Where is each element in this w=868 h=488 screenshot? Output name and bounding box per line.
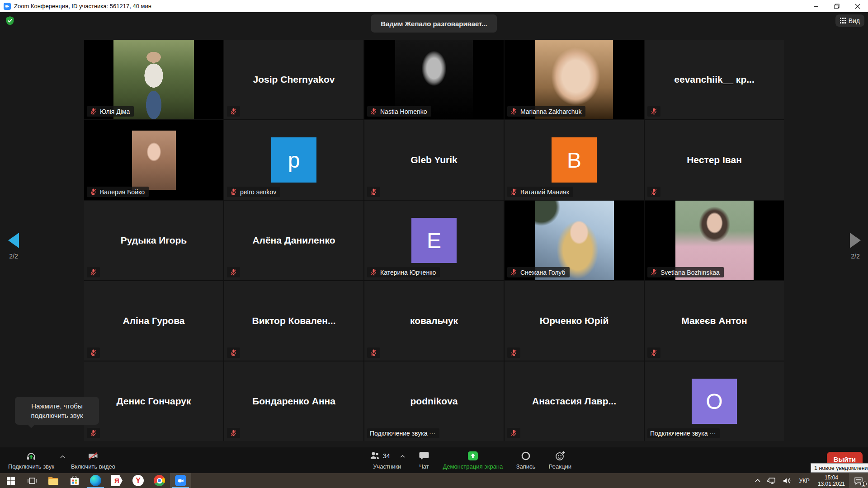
participants-chevron-icon[interactable] [400,453,406,460]
participant-tile[interactable]: Нестер Іван [645,120,784,200]
muted-mic-icon [510,188,518,196]
taskbar-date: 13.01.2021 [818,481,845,487]
yandex-search-icon[interactable]: Y [127,473,149,488]
muted-mic-icon [510,108,518,115]
participant-status-label: Виталий Манияк [507,187,573,197]
participant-tile[interactable]: podnikovaПодключение звука ··· [364,361,504,441]
participant-name: eevanchiik__ кр... [645,40,784,119]
window-controls [806,0,868,12]
record-button[interactable]: Запись [512,450,540,470]
participant-label-text: Катерина Юрченко [380,269,436,276]
participant-status-label: Катерина Юрченко [367,267,440,277]
muted-mic-icon [230,108,237,115]
participant-avatar: E [411,218,457,263]
participant-tile[interactable]: Бондаренко Анна [224,361,363,441]
participant-tile[interactable]: ppetro senkov [224,120,363,200]
participant-avatar: p [271,137,316,183]
participant-status-label: Подключение звука ··· [367,428,439,438]
muted-mic-icon [370,268,377,276]
meeting-area: Вадим Жепало разговаривает... Вид Юлія Д… [0,12,868,473]
join-audio-button[interactable]: Подключить звук [4,450,59,470]
view-button[interactable]: Вид [835,14,864,27]
participant-tile[interactable]: Marianna Zakharchuk [505,40,644,119]
network-icon[interactable] [764,473,779,488]
participant-tile[interactable]: Анастасия Лавр... [505,361,644,441]
volume-icon[interactable] [779,473,795,488]
action-center-button[interactable]: 1 [849,473,868,488]
chrome-browser-icon[interactable] [149,473,170,488]
reactions-icon [555,450,566,461]
participant-tile[interactable]: Снежана Голуб [505,201,644,280]
participants-button[interactable]: 34 Участники [364,450,410,470]
chat-icon [419,451,429,461]
participant-tile[interactable]: Юлія Діма [84,40,223,119]
participant-tile[interactable]: Josip Chernyakov [224,40,363,119]
previous-page-control[interactable]: 2/2 [8,233,19,260]
audio-options-chevron-icon[interactable] [60,452,66,460]
participants-label: Участники [373,463,401,470]
participant-status-label: Подключение звука ··· [647,428,720,438]
reactions-button[interactable]: Реакции [544,450,576,470]
participant-tile[interactable]: Рудыка Игорь [84,201,223,280]
participant-tile[interactable]: ковальчук [364,281,504,361]
notification-count-badge: 1 [860,481,867,487]
start-video-label: Включить видео [71,463,115,470]
participant-status-label: petro senkov [227,187,280,197]
participant-tile[interactable]: Аліна Гурова [84,281,223,361]
tray-chevron-icon[interactable] [751,473,764,488]
share-screen-label: Демонстрация экрана [443,463,503,470]
share-screen-button[interactable]: Демонстрация экрана [438,450,507,470]
muted-mic-icon [650,108,658,115]
muted-mic-icon [230,188,237,196]
start-video-button[interactable]: Включить видео [66,450,120,470]
previous-page-arrow-icon[interactable] [8,233,19,248]
security-shield-icon[interactable] [5,16,14,28]
participant-tile[interactable]: Юрченко Юрій [505,281,644,361]
participant-tile[interactable]: BВиталий Манияк [505,120,644,200]
zoom-taskbar-icon[interactable] [170,473,191,488]
close-button[interactable] [847,0,868,12]
participant-tile[interactable]: Валерия Бойко [84,120,223,200]
next-page-control[interactable]: 2/2 [850,233,861,260]
participant-tile[interactable]: Svetlana Bozhinskaa [645,201,784,280]
participant-avatar: B [552,137,597,183]
participant-tile[interactable]: EКатерина Юрченко [364,201,504,280]
participant-status-label: Валерия Бойко [87,187,149,197]
microsoft-store-icon[interactable] [64,473,85,488]
participant-tile[interactable]: eevanchiik__ кр... [645,40,784,119]
participant-tile[interactable]: Nastia Homenko [364,40,504,119]
muted-mic-icon [90,429,97,437]
participant-name: ковальчук [364,281,504,361]
muted-mic-icon [90,268,97,276]
taskbar-clock[interactable]: 15:04 13.01.2021 [814,474,849,487]
edge-browser-icon[interactable] [85,473,106,488]
participant-status-label [227,267,240,277]
participant-status-label [227,347,240,358]
participant-tile[interactable]: Алёна Даниленко [224,201,363,280]
yandex-browser-icon[interactable]: Я [106,473,127,488]
file-explorer-icon[interactable] [42,473,64,488]
participant-tile[interactable]: Макеєв Антон [645,281,784,361]
participant-name: Анастасия Лавр... [505,361,644,441]
start-button[interactable] [0,473,21,488]
participant-tile[interactable]: Денис Гончарук [84,361,223,441]
chat-button[interactable]: Чат [414,450,434,470]
participant-label-text: Svetlana Bozhinskaa [660,269,720,276]
participant-tile[interactable]: Виктор Ковален... [224,281,363,361]
next-page-arrow-icon[interactable] [850,233,861,248]
language-indicator[interactable]: УКР [795,478,814,484]
participant-status-label: Снежана Голуб [507,267,570,277]
grid-view-icon [840,18,846,23]
muted-mic-icon [230,268,237,276]
participant-tile[interactable]: Gleb Yurik [364,120,504,200]
reactions-label: Реакции [549,463,571,470]
participant-tile[interactable]: OПодключение звука ··· [645,361,784,441]
participant-status-label [367,187,380,197]
meeting-toolbar: Подключить звук Включить видео [0,447,868,473]
minimize-button[interactable] [806,0,826,12]
system-tray: УКР 15:04 13.01.2021 1 [751,473,868,488]
participant-status-label [647,106,660,117]
task-view-button[interactable] [21,473,42,488]
restore-button[interactable] [826,0,847,12]
participant-name: Макеєв Антон [645,281,784,361]
